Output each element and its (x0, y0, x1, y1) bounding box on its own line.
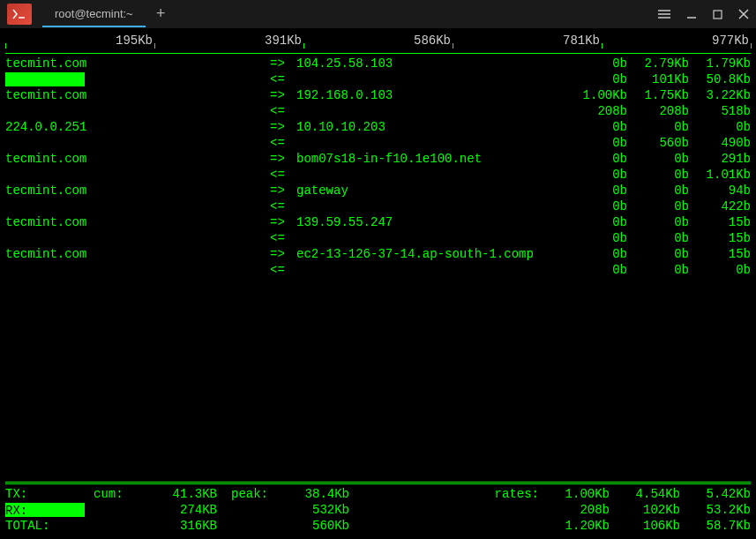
conn-host: tecmint.com (5, 56, 270, 71)
rx-label: RX: (5, 502, 94, 518)
connection-out-row: tecmint.com=>192.168.0.1031.00Kb1.75Kb3.… (5, 87, 751, 103)
conn-rate: 50.8Kb (689, 71, 751, 87)
tx-rate-2: 4.54Kb (610, 486, 680, 502)
arrow-in-icon: <= (270, 230, 296, 246)
connection-out-row: tecmint.com=>104.25.58.1030b2.79Kb1.79Kb (5, 56, 751, 71)
conn-rate: 0b (565, 167, 627, 183)
rx-rate-1: 208b (539, 502, 610, 518)
tx-cum: 41.3KB (146, 486, 217, 502)
conn-rate: 0b (565, 119, 627, 135)
arrow-in-icon: <= (270, 167, 296, 183)
conn-rate: 291b (689, 151, 751, 167)
connection-in-row: <=0b0b1.01Kb (5, 167, 751, 183)
connection-out-row: tecmint.com=>bom07s18-in-f10.1e100.net0b… (5, 151, 751, 167)
conn-rate: 0b (627, 230, 689, 246)
conn-host-in (5, 103, 270, 119)
conn-remote: gateway (296, 183, 565, 198)
rx-highlight-bar (5, 72, 85, 86)
conn-rate: 101Kb (627, 71, 689, 87)
conn-rate: 0b (565, 71, 627, 87)
conn-rate: 560b (627, 135, 689, 151)
conn-remote: 10.10.10.203 (296, 119, 565, 135)
arrow-in-icon: <= (270, 71, 296, 87)
conn-rate: 208b (627, 103, 689, 119)
scale-label: 781Kb (453, 34, 602, 48)
conn-rate: 0b (627, 198, 689, 214)
arrow-out-icon: => (270, 151, 296, 167)
terminal-app-icon[interactable] (7, 4, 32, 25)
conn-rate: 422b (689, 198, 751, 214)
footer-divider (5, 482, 751, 484)
tx-rate-3: 5.42Kb (680, 486, 751, 502)
total-rate-3: 58.7Kb (680, 518, 751, 534)
conn-rate: 0b (689, 119, 751, 135)
conn-remote: 139.59.55.247 (296, 214, 565, 230)
scale-label: 391Kb (154, 34, 303, 48)
conn-rate: 0b (627, 151, 689, 167)
connections-list: tecmint.com=>104.25.58.1030b2.79Kb1.79Kb… (5, 56, 751, 482)
rx-cum: 274KB (146, 502, 217, 518)
conn-remote: ec2-13-126-37-14.ap-south-1.comp (296, 246, 565, 262)
conn-rate: 0b (627, 183, 689, 198)
conn-rate: 0b (565, 214, 627, 230)
footer: TX: cum: 41.3KB peak: 38.4Kb rates: 1.00… (5, 482, 751, 534)
minimize-icon[interactable] (686, 9, 697, 19)
arrow-out-icon: => (270, 119, 296, 135)
conn-rate: 518b (689, 103, 751, 119)
connection-in-row: <=0b560b490b (5, 135, 751, 151)
arrow-out-icon: => (270, 214, 296, 230)
conn-rate: 1.01Kb (689, 167, 751, 183)
conn-host: tecmint.com (5, 246, 270, 262)
rx-rate-3: 53.2Kb (680, 502, 751, 518)
arrow-out-icon: => (270, 183, 296, 198)
terminal-body[interactable]: 195Kb 391Kb 586Kb 781Kb 977Kb tecmint.co… (0, 28, 756, 539)
new-tab-button[interactable]: + (146, 5, 176, 23)
conn-rate: 3.22Kb (689, 87, 751, 103)
conn-rate: 1.79Kb (689, 56, 751, 71)
conn-host-in (5, 230, 270, 246)
conn-rate: 0b (565, 262, 627, 278)
footer-total-row: TOTAL: 316KB 560Kb 1.20Kb 106Kb 58.7Kb (5, 518, 751, 534)
conn-host: 224.0.0.251 (5, 119, 270, 135)
window-controls (658, 9, 749, 19)
total-rate-1: 1.20Kb (539, 518, 610, 534)
arrow-out-icon: => (270, 87, 296, 103)
conn-rate: 0b (627, 246, 689, 262)
close-icon[interactable] (738, 9, 749, 19)
conn-remote: bom07s18-in-f10.1e100.net (296, 151, 565, 167)
conn-host-in (5, 198, 270, 214)
arrow-in-icon: <= (270, 262, 296, 278)
conn-host-in (5, 135, 270, 151)
conn-rate: 15b (689, 230, 751, 246)
conn-rate: 0b (627, 167, 689, 183)
footer-tx-row: TX: cum: 41.3KB peak: 38.4Kb rates: 1.00… (5, 486, 751, 502)
tx-peak: 38.4Kb (279, 486, 349, 502)
conn-host-in (5, 71, 270, 87)
tx-label: TX: (5, 486, 94, 502)
total-rate-2: 106Kb (610, 518, 680, 534)
total-peak: 560Kb (279, 518, 349, 534)
maximize-icon[interactable] (713, 10, 722, 19)
footer-rx-row: RX: 274KB 532Kb 208b 102Kb 53.2Kb (5, 502, 751, 518)
connection-in-row: <=0b101Kb50.8Kb (5, 71, 751, 87)
scale-label: 586Kb (303, 34, 453, 48)
conn-rate: 0b (565, 135, 627, 151)
conn-rate: 0b (565, 183, 627, 198)
total-cum: 316KB (146, 518, 217, 534)
connection-out-row: tecmint.com=>gateway0b0b94b (5, 183, 751, 198)
conn-rate: 490b (689, 135, 751, 151)
conn-host: tecmint.com (5, 151, 270, 167)
conn-host: tecmint.com (5, 214, 270, 230)
conn-host-in (5, 262, 270, 278)
connection-in-row: <=0b0b15b (5, 230, 751, 246)
hamburger-icon[interactable] (658, 10, 670, 19)
connection-out-row: tecmint.com=>ec2-13-126-37-14.ap-south-1… (5, 246, 751, 262)
scale-label: 195Kb (5, 34, 154, 48)
conn-remote: 192.168.0.103 (296, 87, 565, 103)
conn-host: tecmint.com (5, 183, 270, 198)
tab-title[interactable]: root@tecmint:~ (42, 2, 146, 27)
arrow-in-icon: <= (270, 103, 296, 119)
conn-rate: 0b (565, 230, 627, 246)
connection-out-row: tecmint.com=>139.59.55.2470b0b15b (5, 214, 751, 230)
titlebar: root@tecmint:~ + (0, 0, 756, 28)
